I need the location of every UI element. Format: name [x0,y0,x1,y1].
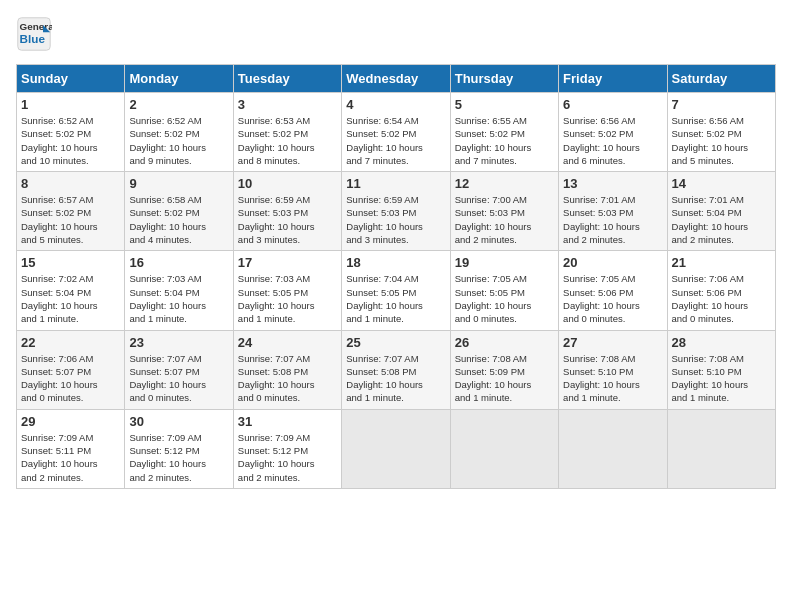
day-info-text: Sunrise: 7:05 AM Sunset: 5:05 PM Dayligh… [455,272,554,325]
calendar-cell: 3Sunrise: 6:53 AM Sunset: 5:02 PM Daylig… [233,93,341,172]
calendar-table: SundayMondayTuesdayWednesdayThursdayFrid… [16,64,776,489]
calendar-cell: 1Sunrise: 6:52 AM Sunset: 5:02 PM Daylig… [17,93,125,172]
day-number: 20 [563,255,662,270]
day-number: 15 [21,255,120,270]
day-number: 8 [21,176,120,191]
day-info-text: Sunrise: 6:58 AM Sunset: 5:02 PM Dayligh… [129,193,228,246]
day-number: 28 [672,335,771,350]
calendar-header-row: SundayMondayTuesdayWednesdayThursdayFrid… [17,65,776,93]
day-info-text: Sunrise: 7:03 AM Sunset: 5:05 PM Dayligh… [238,272,337,325]
day-info-text: Sunrise: 7:07 AM Sunset: 5:08 PM Dayligh… [238,352,337,405]
calendar-cell: 2Sunrise: 6:52 AM Sunset: 5:02 PM Daylig… [125,93,233,172]
calendar-cell: 7Sunrise: 6:56 AM Sunset: 5:02 PM Daylig… [667,93,775,172]
day-info-text: Sunrise: 7:09 AM Sunset: 5:11 PM Dayligh… [21,431,120,484]
calendar-cell: 5Sunrise: 6:55 AM Sunset: 5:02 PM Daylig… [450,93,558,172]
calendar-cell: 27Sunrise: 7:08 AM Sunset: 5:10 PM Dayli… [559,330,667,409]
day-info-text: Sunrise: 6:59 AM Sunset: 5:03 PM Dayligh… [238,193,337,246]
day-number: 23 [129,335,228,350]
day-number: 22 [21,335,120,350]
calendar-cell: 31Sunrise: 7:09 AM Sunset: 5:12 PM Dayli… [233,409,341,488]
day-info-text: Sunrise: 7:04 AM Sunset: 5:05 PM Dayligh… [346,272,445,325]
day-info-text: Sunrise: 7:06 AM Sunset: 5:07 PM Dayligh… [21,352,120,405]
day-info-text: Sunrise: 6:52 AM Sunset: 5:02 PM Dayligh… [21,114,120,167]
day-number: 21 [672,255,771,270]
calendar-week-row: 29Sunrise: 7:09 AM Sunset: 5:11 PM Dayli… [17,409,776,488]
day-info-text: Sunrise: 7:01 AM Sunset: 5:03 PM Dayligh… [563,193,662,246]
calendar-cell: 15Sunrise: 7:02 AM Sunset: 5:04 PM Dayli… [17,251,125,330]
calendar-cell: 20Sunrise: 7:05 AM Sunset: 5:06 PM Dayli… [559,251,667,330]
calendar-cell: 23Sunrise: 7:07 AM Sunset: 5:07 PM Dayli… [125,330,233,409]
calendar-week-row: 1Sunrise: 6:52 AM Sunset: 5:02 PM Daylig… [17,93,776,172]
day-info-text: Sunrise: 6:55 AM Sunset: 5:02 PM Dayligh… [455,114,554,167]
calendar-cell: 26Sunrise: 7:08 AM Sunset: 5:09 PM Dayli… [450,330,558,409]
day-info-text: Sunrise: 6:53 AM Sunset: 5:02 PM Dayligh… [238,114,337,167]
day-header-wednesday: Wednesday [342,65,450,93]
day-info-text: Sunrise: 7:06 AM Sunset: 5:06 PM Dayligh… [672,272,771,325]
day-number: 7 [672,97,771,112]
calendar-cell: 14Sunrise: 7:01 AM Sunset: 5:04 PM Dayli… [667,172,775,251]
calendar-week-row: 22Sunrise: 7:06 AM Sunset: 5:07 PM Dayli… [17,330,776,409]
day-number: 6 [563,97,662,112]
day-number: 24 [238,335,337,350]
day-info-text: Sunrise: 7:03 AM Sunset: 5:04 PM Dayligh… [129,272,228,325]
day-header-thursday: Thursday [450,65,558,93]
calendar-cell: 30Sunrise: 7:09 AM Sunset: 5:12 PM Dayli… [125,409,233,488]
day-number: 26 [455,335,554,350]
calendar-cell: 11Sunrise: 6:59 AM Sunset: 5:03 PM Dayli… [342,172,450,251]
logo-icon: General Blue [16,16,52,52]
calendar-cell: 22Sunrise: 7:06 AM Sunset: 5:07 PM Dayli… [17,330,125,409]
day-number: 19 [455,255,554,270]
day-number: 3 [238,97,337,112]
calendar-cell [559,409,667,488]
svg-text:Blue: Blue [20,32,46,45]
day-number: 25 [346,335,445,350]
logo: General Blue [16,16,56,52]
day-info-text: Sunrise: 6:57 AM Sunset: 5:02 PM Dayligh… [21,193,120,246]
day-number: 5 [455,97,554,112]
calendar-cell [667,409,775,488]
day-info-text: Sunrise: 6:56 AM Sunset: 5:02 PM Dayligh… [672,114,771,167]
day-info-text: Sunrise: 7:02 AM Sunset: 5:04 PM Dayligh… [21,272,120,325]
day-number: 18 [346,255,445,270]
day-number: 17 [238,255,337,270]
day-number: 10 [238,176,337,191]
calendar-cell: 12Sunrise: 7:00 AM Sunset: 5:03 PM Dayli… [450,172,558,251]
calendar-week-row: 15Sunrise: 7:02 AM Sunset: 5:04 PM Dayli… [17,251,776,330]
calendar-cell [342,409,450,488]
day-number: 31 [238,414,337,429]
calendar-cell: 17Sunrise: 7:03 AM Sunset: 5:05 PM Dayli… [233,251,341,330]
day-info-text: Sunrise: 7:00 AM Sunset: 5:03 PM Dayligh… [455,193,554,246]
calendar-cell: 9Sunrise: 6:58 AM Sunset: 5:02 PM Daylig… [125,172,233,251]
day-number: 1 [21,97,120,112]
day-info-text: Sunrise: 7:09 AM Sunset: 5:12 PM Dayligh… [129,431,228,484]
day-info-text: Sunrise: 7:01 AM Sunset: 5:04 PM Dayligh… [672,193,771,246]
calendar-cell: 29Sunrise: 7:09 AM Sunset: 5:11 PM Dayli… [17,409,125,488]
day-info-text: Sunrise: 6:56 AM Sunset: 5:02 PM Dayligh… [563,114,662,167]
day-number: 4 [346,97,445,112]
day-info-text: Sunrise: 7:05 AM Sunset: 5:06 PM Dayligh… [563,272,662,325]
calendar-week-row: 8Sunrise: 6:57 AM Sunset: 5:02 PM Daylig… [17,172,776,251]
calendar-cell: 16Sunrise: 7:03 AM Sunset: 5:04 PM Dayli… [125,251,233,330]
day-header-tuesday: Tuesday [233,65,341,93]
calendar-cell: 8Sunrise: 6:57 AM Sunset: 5:02 PM Daylig… [17,172,125,251]
day-number: 16 [129,255,228,270]
day-number: 30 [129,414,228,429]
day-info-text: Sunrise: 7:08 AM Sunset: 5:10 PM Dayligh… [563,352,662,405]
calendar-cell: 19Sunrise: 7:05 AM Sunset: 5:05 PM Dayli… [450,251,558,330]
calendar-cell: 25Sunrise: 7:07 AM Sunset: 5:08 PM Dayli… [342,330,450,409]
day-number: 27 [563,335,662,350]
day-info-text: Sunrise: 6:54 AM Sunset: 5:02 PM Dayligh… [346,114,445,167]
day-info-text: Sunrise: 7:07 AM Sunset: 5:07 PM Dayligh… [129,352,228,405]
day-number: 2 [129,97,228,112]
day-info-text: Sunrise: 7:08 AM Sunset: 5:10 PM Dayligh… [672,352,771,405]
day-number: 11 [346,176,445,191]
day-header-sunday: Sunday [17,65,125,93]
calendar-cell: 13Sunrise: 7:01 AM Sunset: 5:03 PM Dayli… [559,172,667,251]
calendar-cell: 6Sunrise: 6:56 AM Sunset: 5:02 PM Daylig… [559,93,667,172]
calendar-cell: 18Sunrise: 7:04 AM Sunset: 5:05 PM Dayli… [342,251,450,330]
calendar-cell: 28Sunrise: 7:08 AM Sunset: 5:10 PM Dayli… [667,330,775,409]
day-number: 12 [455,176,554,191]
calendar-cell: 21Sunrise: 7:06 AM Sunset: 5:06 PM Dayli… [667,251,775,330]
day-number: 13 [563,176,662,191]
calendar-cell: 24Sunrise: 7:07 AM Sunset: 5:08 PM Dayli… [233,330,341,409]
